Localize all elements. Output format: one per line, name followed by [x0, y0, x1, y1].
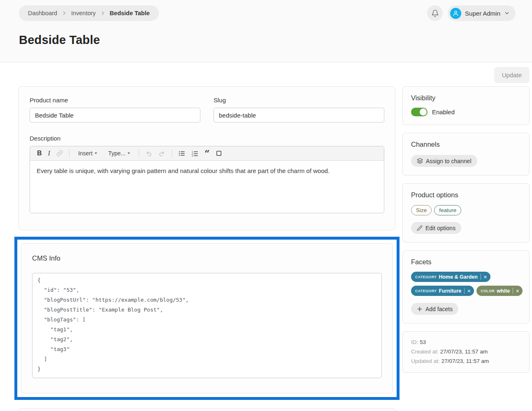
remove-facet-button[interactable]: × — [465, 286, 473, 296]
facet-chip-white: COLOR white × — [476, 286, 523, 296]
avatar — [450, 8, 461, 19]
close-icon: × — [483, 274, 487, 280]
link-icon — [56, 150, 63, 157]
visibility-card: Visibility Enabled — [402, 86, 530, 125]
slug-label: Slug — [214, 97, 384, 104]
option-chip-feature: feature — [434, 205, 461, 215]
id-value: 53 — [420, 339, 426, 345]
block-button[interactable] — [216, 150, 222, 156]
facet-type-label: CATEGORY — [415, 289, 437, 293]
json-line: ] — [37, 354, 376, 364]
chevron-right-icon — [62, 11, 67, 16]
json-line: "blogPostUrl": "https://example.com/blog… — [37, 295, 376, 305]
bullet-list-icon — [178, 150, 185, 157]
user-menu[interactable]: Super Admin — [448, 5, 516, 21]
insert-dropdown-label: Insert — [78, 150, 93, 157]
bullet-list-button[interactable] — [178, 150, 185, 157]
svg-text:3: 3 — [192, 155, 193, 157]
ordered-list-icon: 123 — [191, 150, 198, 157]
remove-facet-button[interactable]: × — [513, 286, 522, 296]
square-icon — [216, 150, 222, 156]
add-facets-button[interactable]: Add facets — [411, 303, 458, 315]
cms-highlight-frame: CMS Info { "id": "53", "blogPostUrl": "h… — [14, 237, 400, 400]
cms-json-textarea[interactable]: { "id": "53", "blogPostUrl": "https://ex… — [32, 273, 382, 378]
plus-icon — [417, 306, 423, 312]
product-name-input[interactable] — [30, 108, 200, 122]
rich-text-editor: B I Insert Type... — [30, 146, 384, 213]
page-title: Bedside Table — [19, 33, 516, 47]
blockquote-button[interactable]: “ — [204, 151, 210, 156]
breadcrumb: Dashboard Inventory Bedside Table — [19, 5, 159, 21]
json-line: } — [37, 364, 376, 374]
created-at-value: 27/07/23, 11:57 am — [440, 349, 488, 355]
created-at-label: Created at: — [411, 349, 439, 355]
visibility-title: Visibility — [411, 94, 521, 102]
meta-created-row: Created at:27/07/23, 11:57 am — [411, 347, 521, 356]
product-options-card: Product options Size feature Edit option… — [402, 183, 530, 242]
facet-type-label: COLOR — [481, 289, 495, 293]
user-name: Super Admin — [465, 10, 500, 17]
bell-icon — [431, 9, 439, 17]
entity-meta-card: ID:53 Created at:27/07/23, 11:57 am Upda… — [402, 331, 530, 373]
update-button[interactable]: Update — [494, 67, 530, 83]
meta-updated-row: Updated at:27/07/23, 11:57 am — [411, 356, 521, 366]
link-button[interactable] — [56, 150, 63, 157]
ordered-list-button[interactable]: 123 — [191, 150, 198, 157]
description-editor-body[interactable]: Every table is unique, with varying grai… — [30, 161, 384, 213]
breadcrumb-inventory[interactable]: Inventory — [71, 10, 96, 16]
page-header: Dashboard Inventory Bedside Table Super … — [0, 0, 532, 62]
json-line: "tag3" — [37, 344, 376, 354]
facet-value-label: Home & Garden — [439, 274, 477, 280]
visibility-toggle[interactable] — [411, 108, 427, 116]
facets-card: Facets CATEGORY Home & Garden × CATEGORY — [402, 250, 530, 323]
caret-down-icon — [95, 152, 97, 154]
chevron-right-icon — [100, 11, 105, 16]
edit-options-button[interactable]: Edit options — [411, 222, 461, 234]
pencil-icon — [417, 225, 423, 231]
assign-to-channel-button[interactable]: Assign to channel — [411, 155, 477, 167]
slug-input[interactable] — [214, 108, 384, 122]
facet-value-label: Furniture — [439, 288, 461, 294]
product-options-title: Product options — [411, 191, 521, 199]
add-facets-label: Add facets — [425, 306, 453, 312]
toggle-knob — [420, 109, 427, 115]
undo-icon — [145, 150, 152, 157]
assign-to-channel-label: Assign to channel — [426, 158, 472, 164]
updated-at-value: 27/07/23, 11:57 am — [441, 358, 489, 364]
facet-chip-home-garden: CATEGORY Home & Garden × — [411, 272, 490, 282]
type-dropdown-label: Type... — [108, 150, 125, 157]
facet-type-label: CATEGORY — [415, 275, 437, 279]
remove-facet-button[interactable]: × — [481, 272, 490, 282]
cms-info-title: CMS Info — [32, 254, 382, 262]
facets-title: Facets — [411, 258, 521, 266]
product-details-card: Product name Slug Description B I — [19, 86, 395, 230]
user-icon — [453, 10, 459, 16]
next-section-card — [19, 408, 395, 411]
facet-chip-furniture: CATEGORY Furniture × — [411, 286, 474, 296]
close-icon: × — [516, 288, 519, 294]
redo-icon — [158, 150, 165, 157]
editor-toolbar: B I Insert Type... — [30, 146, 384, 161]
updated-at-label: Updated at: — [411, 358, 440, 364]
breadcrumb-dashboard[interactable]: Dashboard — [28, 10, 57, 16]
product-name-label: Product name — [30, 97, 200, 104]
bold-button[interactable]: B — [37, 150, 42, 157]
id-label: ID: — [411, 339, 418, 345]
layers-icon — [417, 158, 423, 164]
type-dropdown[interactable]: Type... — [106, 150, 132, 157]
undo-button[interactable] — [145, 150, 152, 157]
italic-button[interactable]: I — [48, 150, 50, 157]
insert-dropdown[interactable]: Insert — [76, 150, 100, 157]
redo-button[interactable] — [158, 150, 165, 157]
channels-title: Channels — [411, 141, 521, 148]
notifications-button[interactable] — [427, 5, 443, 21]
breadcrumb-current: Bedside Table — [110, 10, 150, 16]
cms-info-card: CMS Info { "id": "53", "blogPostUrl": "h… — [21, 243, 393, 393]
meta-id-row: ID:53 — [411, 337, 521, 347]
channels-card: Channels Assign to channel — [402, 133, 530, 175]
option-chip-size: Size — [411, 205, 432, 215]
toolbar-divider — [69, 149, 70, 157]
json-line: { — [37, 275, 376, 285]
description-label: Description — [30, 135, 384, 142]
caret-down-icon — [128, 152, 130, 154]
